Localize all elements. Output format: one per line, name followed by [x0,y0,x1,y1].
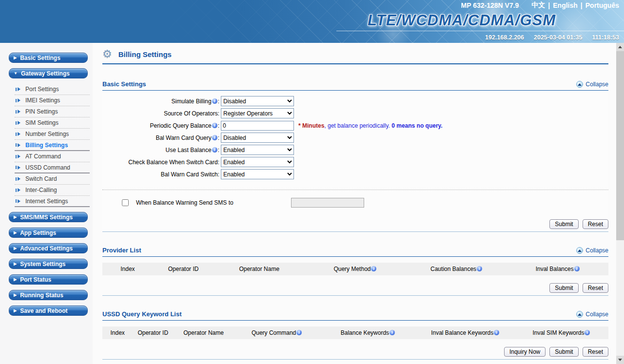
sidebar-item-port-settings[interactable]: Port Settings [15,84,90,95]
inquiry-now-button[interactable]: Inquiry Now [504,347,546,357]
basic-settings-form: Simulate Billing: Disabled Source Of Ope… [102,91,608,231]
field-label: Simulate Billing [172,98,212,105]
submit-button[interactable]: Submit [549,347,578,357]
sidebar-item-save-and-reboot[interactable]: ▶ Save and Reboot [9,306,88,316]
sidebar-item-port-status[interactable]: ▶ Port Status [9,274,88,285]
sidebar: ▶ Basic Settings ▼ Gateway Settings Port… [0,43,93,364]
sidebar-item-basic-settings[interactable]: ▶ Basic Settings [9,53,88,63]
dotted-divider [102,190,608,190]
lang-chinese-link[interactable]: 中文 [531,1,545,10]
collapse-link[interactable]: Collapse [576,81,608,88]
info-icon[interactable] [212,135,217,140]
submit-button[interactable]: Submit [549,283,578,293]
collapse-link[interactable]: Collapse [576,311,608,318]
check-balance-when-switch-card-select[interactable]: Enabled [221,157,294,167]
scrollbar-thumb[interactable] [616,51,624,240]
sidebar-item-imei-settings[interactable]: IMEI Settings [15,95,90,106]
info-icon[interactable] [574,266,580,271]
reset-button[interactable]: Reset [583,283,608,293]
column-header: Operator Name [173,329,234,336]
sidebar-item-sms-mms-settings[interactable]: ▶ SMS/MMS Settings [9,212,88,222]
gateway-submenu: Port Settings IMEI Settings PIN Settings… [15,84,90,207]
column-header: Operator ID [153,266,214,272]
ussd-keyword-list-section: USSD Query Keyword List Collapse Index O… [102,310,608,360]
sidebar-item-running-status[interactable]: ▶ Running Status [9,290,88,300]
sidebar-item-number-settings[interactable]: Number Settings [15,129,90,140]
balance-warning-sms-checkbox[interactable] [122,199,129,206]
scroll-up-button[interactable] [616,43,624,51]
lang-separator: | [548,1,550,9]
field-label: Source Of Operators [164,110,218,117]
vertical-scrollbar[interactable] [616,43,624,364]
sidebar-item-label: Basic Settings [20,55,60,61]
chevron-right-icon: ▶ [14,277,17,281]
sidebar-item-system-settings[interactable]: ▶ System Settings [9,259,88,269]
field-label: Bal Warn Card Switch [161,171,218,178]
balance-warning-sms-label: When Balance Warning Send SMS to [136,199,234,206]
basic-settings-section: Basic Settings Collapse Simulate Billing… [102,80,608,232]
sidebar-item-gateway-settings[interactable]: ▼ Gateway Settings [9,68,88,78]
sidebar-item-ussd-command[interactable]: USSD Command [15,162,90,173]
info-icon[interactable] [212,98,217,104]
sidebar-item-billing-settings[interactable]: Billing Settings [15,140,90,151]
use-last-balance-select[interactable]: Enabled [221,145,294,155]
column-header: Balance Keywords [320,329,416,336]
info-icon[interactable] [212,147,217,153]
provider-table-header: Index Operator ID Operator Name Query Me… [102,263,608,275]
device-datetime: 2025-03-04 01:35 [534,34,582,41]
info-icon[interactable] [371,266,376,271]
info-icon[interactable] [494,330,499,335]
sidebar-item-at-command[interactable]: AT Command [15,151,90,162]
chevron-right-icon: ▶ [14,230,17,234]
section-title-ussd-list: USSD Query Keyword List [102,310,182,318]
collapse-link[interactable]: Collapse [576,247,608,254]
collapse-up-icon [576,247,583,254]
chevron-right-icon: ▶ [14,293,17,297]
title-divider [102,63,608,64]
ussd-table-header: Index Operator ID Operator Name Query Co… [102,326,608,339]
info-icon[interactable] [390,330,395,335]
section-bottom-divider [102,295,608,296]
arrow-down-icon [618,359,622,361]
reset-button[interactable]: Reset [583,347,608,357]
field-label: Bal Warn Card Query [156,134,211,141]
sidebar-item-internet-settings[interactable]: Internet Settings [15,196,90,207]
submit-button[interactable]: Submit [549,219,578,229]
device-uptime: 111:18:53 [592,34,619,41]
brand-underline [336,31,624,31]
provider-list-section: Provider List Collapse Index Operator ID… [102,247,608,296]
play-bar-icon [16,154,21,159]
sidebar-item-advanced-settings[interactable]: ▶ Advanced Settings [9,243,88,253]
chevron-right-icon: ▶ [14,56,17,59]
lang-english-link[interactable]: English [553,1,578,9]
info-icon[interactable] [477,266,482,271]
scroll-down-button[interactable] [616,356,624,364]
sidebar-item-inter-calling[interactable]: Inter-Calling [15,185,90,196]
chevron-right-icon: ▶ [14,246,17,250]
brand-title: LTE/WCDMA/CDMA/GSM [368,12,556,29]
column-header: Operator ID [133,329,173,336]
sidebar-item-switch-card[interactable]: Switch Card [15,173,90,185]
periodic-query-note: * Minutes, get balance periodically. 0 m… [298,122,443,129]
lang-portuguese-link[interactable]: Português [585,1,619,9]
bal-warn-card-switch-select[interactable]: Enabled [221,169,294,179]
play-bar-icon [16,177,21,181]
page-title: Billing Settings [118,50,172,58]
sidebar-item-pin-settings[interactable]: PIN Settings [15,106,90,117]
info-icon[interactable] [212,123,217,128]
play-bar-icon [16,98,21,103]
sidebar-item-app-settings[interactable]: ▶ App Settings [9,228,88,238]
sidebar-item-sim-settings[interactable]: SIM Settings [15,117,90,129]
play-bar-icon [16,188,21,192]
bal-warn-card-query-select[interactable]: Disabled [221,133,294,143]
simulate-billing-select[interactable]: Disabled [221,96,294,106]
periodic-query-balance-input[interactable] [221,121,294,131]
field-label: Use Last Balance [166,147,212,153]
section-title-provider-list: Provider List [102,247,141,254]
balance-warning-sms-number-input[interactable] [291,198,364,208]
column-header: Caution Balances [406,266,507,272]
reset-button[interactable]: Reset [583,219,608,229]
info-icon[interactable] [585,330,590,335]
source-of-operators-select[interactable]: Register Operators [221,108,294,118]
info-icon[interactable] [296,330,302,335]
